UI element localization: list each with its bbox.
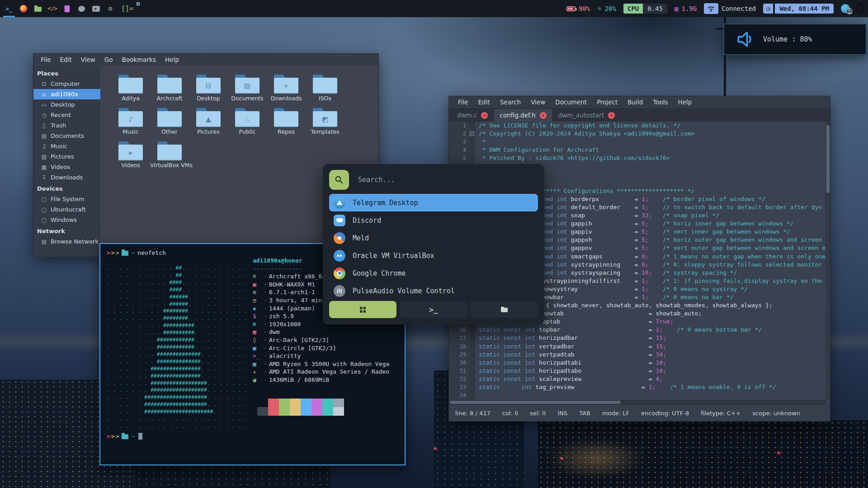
editor-menu-file[interactable]: File	[453, 97, 473, 107]
folder-icon: ♪	[118, 108, 143, 127]
editor-menu-build[interactable]: Build	[623, 97, 647, 107]
battery-icon	[566, 6, 576, 11]
status-segment: encoding: UTF-8	[641, 410, 689, 417]
code-line: 34	[449, 391, 830, 399]
tag-gear[interactable]: ⚙	[103, 0, 118, 17]
fm-menu-help[interactable]: Help	[161, 55, 183, 65]
fm-menu-go[interactable]: Go	[101, 55, 117, 65]
editor-horizontal-scrollbar[interactable]	[449, 400, 826, 404]
brightness-module[interactable]: ☼ 20%	[597, 5, 616, 13]
fm-menu-file[interactable]: File	[37, 55, 55, 65]
dwm-layout-indicator[interactable]: []=	[121, 5, 133, 13]
editor-menu-search[interactable]: Search	[495, 97, 525, 107]
clock-module[interactable]: ◷ Wed, 08:44 PM	[763, 4, 834, 14]
folder-pictures[interactable]: ▲Pictures	[189, 108, 228, 135]
editor-menu-tools[interactable]: Tools	[648, 97, 672, 107]
sidebar-item-recent[interactable]: ◷Recent	[33, 110, 100, 120]
systray-battery-icon[interactable]	[857, 4, 863, 13]
virtualbox-icon	[334, 250, 345, 262]
editor-menu-document[interactable]: Document	[551, 97, 591, 107]
neofetch-value: BOHK-WAX9X M1	[269, 281, 315, 289]
tag-chat[interactable]	[74, 0, 89, 17]
sidebar-item-pictures[interactable]: ▨Pictures	[33, 151, 100, 162]
tag-video[interactable]: ▶	[89, 0, 103, 17]
sidebar-item-videos[interactable]: ▦Videos	[33, 162, 100, 172]
folder-downloads[interactable]: »Downloads	[267, 75, 306, 102]
tag-book[interactable]	[60, 0, 74, 17]
network-module[interactable]: Connected	[704, 3, 756, 14]
close-icon[interactable]: ✕	[540, 112, 547, 119]
editor-menu-help[interactable]: Help	[674, 97, 697, 107]
folder-emblem: »	[281, 74, 292, 98]
editor-menu-view[interactable]: View	[526, 97, 550, 107]
sidebar-item-adi1090x[interactable]: ⌂adi1090x	[33, 89, 100, 99]
folder-aditya[interactable]: Aditya	[111, 75, 150, 102]
os-icon: ⌘	[253, 272, 262, 281]
sidebar-item-documents[interactable]: ▤Documents	[33, 131, 100, 141]
code-token: * Patched By : siduck76 <https://github.…	[479, 155, 670, 161]
launcher-item-label: Oracle VM VirtualBox	[353, 252, 434, 260]
editor-vertical-scrollbar[interactable]	[826, 122, 830, 400]
tag-files[interactable]	[31, 0, 45, 17]
folder-virtualbox-vms[interactable]: VirtualBox VMs	[150, 141, 189, 169]
mode-files-icon[interactable]	[471, 301, 538, 318]
launcher-item-telegram-desktop[interactable]: Telegram Desktop	[329, 194, 538, 211]
sidebar-item-windows[interactable]: ▢Windows	[33, 215, 100, 225]
mode-run-icon[interactable]: >_	[400, 301, 467, 318]
tab-dwm-autostart[interactable]: dwm_autostart✕	[553, 109, 620, 122]
folder-archcraft[interactable]: Archcraft	[150, 75, 189, 102]
close-icon[interactable]: ✕	[481, 112, 488, 119]
neofetch-line: ★·AMD ATI Radeon Vega Series / Radeo	[253, 368, 402, 376]
battery-module[interactable]: 98%	[566, 5, 590, 12]
fm-menu-bookmarks[interactable]: Bookmarks	[118, 55, 160, 65]
code-token: /* 0: sloppy systray follows selected mo…	[663, 261, 830, 268]
tab-label: dwm_autostart	[558, 112, 604, 119]
editor-menu-edit[interactable]: Edit	[474, 97, 495, 107]
launcher-search[interactable]: Search...	[329, 170, 538, 190]
volume-osd: Volume : 80%	[723, 23, 867, 55]
folder-desktop[interactable]: ⊟Desktop	[189, 75, 228, 102]
launcher-item-oracle-vm-virtualbox[interactable]: Oracle VM VirtualBox	[329, 247, 538, 264]
tab-dwm-c[interactable]: dwm.c✕	[452, 109, 493, 122]
code-token: scalepreview	[539, 375, 581, 382]
tag-code[interactable]: </>	[45, 0, 60, 17]
tag-firefox[interactable]	[16, 0, 31, 17]
close-icon[interactable]: ✕	[608, 112, 615, 119]
memory-module[interactable]: ▥ 1.9G	[675, 5, 697, 12]
fold-marker-icon[interactable]: −	[470, 131, 474, 136]
folder-videos[interactable]: ▸Videos	[111, 141, 150, 169]
launcher-item-google-chrome[interactable]: Google Chrome	[329, 264, 538, 282]
mode-apps-grid-icon[interactable]	[329, 301, 396, 318]
search-icon	[329, 170, 349, 190]
folder-isos[interactable]: ISOs	[306, 75, 344, 102]
art-dots: . . . . . . . .	[201, 366, 251, 372]
folder-public[interactable]: ∴Public	[228, 108, 267, 135]
folder-icon	[157, 75, 182, 94]
sidebar-item-trash[interactable]: ▯Trash	[33, 120, 100, 131]
systray-app-icon[interactable]: 69	[841, 4, 850, 13]
launcher-item-pulseaudio-volume-control[interactable]: PulseAudio Volume Control	[329, 282, 538, 300]
sidebar-item-desktop[interactable]: ▭Desktop	[33, 99, 100, 110]
sidebar-item-downloads[interactable]: ↧Downloads	[33, 172, 100, 183]
tab-config-def-h[interactable]: config.def.h✕	[494, 109, 552, 122]
code-token	[652, 212, 663, 219]
fm-menu-view[interactable]: View	[77, 55, 99, 65]
sidebar-item-browse-network[interactable]: ▤Browse Network	[33, 236, 100, 247]
tag-terminal[interactable]: >_	[2, 0, 16, 17]
launcher-item-discord[interactable]: Discord	[329, 211, 538, 229]
sidebar-item-computer[interactable]: ⊡Computer	[33, 79, 100, 89]
folder-documents[interactable]: ▤Documents	[228, 75, 267, 102]
desktop-icon: ▭	[41, 102, 47, 108]
folder-music[interactable]: ♪Music	[111, 108, 150, 135]
folder-repos[interactable]: Repos	[267, 108, 306, 135]
sidebar-item-file-system[interactable]: ▢File System	[33, 194, 100, 204]
folder-other[interactable]: Other	[150, 108, 189, 135]
sidebar-item-music[interactable]: ♫Music	[33, 141, 100, 151]
cpu-module[interactable]: CPU 0.45	[623, 4, 667, 14]
folder-templates[interactable]: ◩Templates	[306, 108, 344, 135]
launcher-item-meld[interactable]: Meld	[329, 229, 538, 247]
code-token: * DWM Configuration for Archcraft	[479, 146, 599, 153]
sidebar-item-ubuntucraft[interactable]: ▢Ubuntucraft	[33, 204, 100, 215]
editor-menu-project[interactable]: Project	[592, 97, 622, 107]
fm-menu-edit[interactable]: Edit	[57, 55, 75, 65]
